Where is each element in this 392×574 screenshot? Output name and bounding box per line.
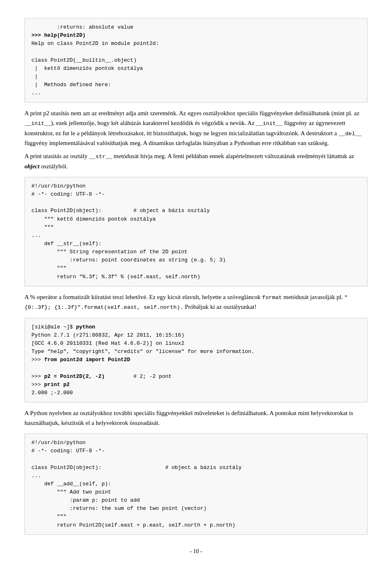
text-paragraph-2: A % operátor a formatizált kiíratást tes… xyxy=(24,292,368,312)
text-paragraph-1: A print p2 utasítás nem azt az eredményt… xyxy=(24,108,368,171)
code-block-top: :returns: absolute value >>> help(Point2… xyxy=(24,18,368,103)
text-paragraph-3: A Python nyelvben az osztályokhoz tovább… xyxy=(24,408,368,428)
code-block-bottom: #!/usr/bin/python # -*- coding: UTF-8 -*… xyxy=(24,433,368,535)
code-block-middle: #!/usr/bin/python # -*- coding: UTF-8 -*… xyxy=(24,177,368,286)
code-block-terminal: [siki@ale ~]$ python Python 2.7.1 (r271:… xyxy=(24,318,368,402)
code-line: :returns: absolute value >>> help(Point2… xyxy=(31,24,159,96)
page-number: - 10 - xyxy=(24,547,368,556)
